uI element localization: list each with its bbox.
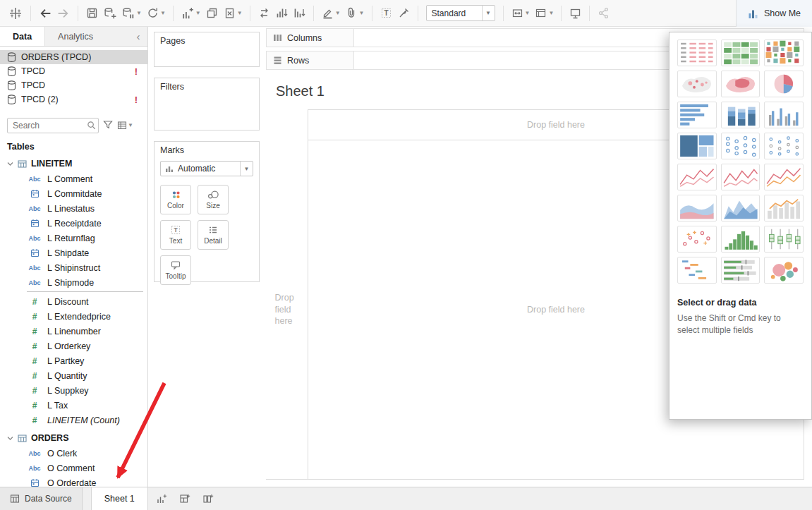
showme-chart-stacked-bars[interactable]	[721, 102, 761, 128]
filter-fields-icon[interactable]	[103, 120, 113, 132]
tooltip-mark-button[interactable]: Tooltip	[160, 255, 191, 285]
detail-mark-button[interactable]: Detail	[198, 220, 229, 250]
size-mark-button[interactable]: Size	[198, 185, 229, 214]
showme-chart-packed-bubbles[interactable]	[764, 257, 804, 284]
showme-chart-circle-views[interactable]	[721, 133, 761, 159]
new-data-source-button[interactable]	[101, 4, 119, 23]
caret-down-icon: ▼	[136, 11, 142, 16]
showme-chart-box-and-whisker[interactable]	[764, 226, 804, 253]
abc-icon: Abc	[27, 205, 42, 212]
showme-chart-symbol-map[interactable]	[677, 71, 717, 97]
table-group-header[interactable]: ORDERS	[0, 430, 147, 446]
showme-chart-dual-lines[interactable]	[764, 164, 804, 190]
sort-descending-button[interactable]	[291, 4, 308, 23]
presentation-mode-button[interactable]	[566, 4, 584, 23]
caret-down-icon: ▼	[240, 162, 253, 176]
sort-ascending-button[interactable]	[273, 4, 291, 23]
pause-auto-updates-button[interactable]: ▼	[119, 4, 144, 23]
datasource-item[interactable]: TPCD (2)!	[0, 92, 147, 107]
view-options-icon[interactable]: ▼	[117, 121, 133, 130]
field-l-tax[interactable]: #L Tax	[0, 398, 147, 413]
field-l-shipmode[interactable]: AbcL Shipmode	[0, 275, 147, 290]
pages-card[interactable]: Pages	[154, 32, 260, 67]
showme-chart-scatter-plot[interactable]	[677, 226, 717, 253]
color-mark-button[interactable]: Color	[160, 185, 191, 214]
field-l-receiptdate[interactable]: L Receiptdate	[0, 216, 147, 231]
showme-chart-filled-map[interactable]	[721, 71, 761, 97]
show-me-button[interactable]: Show Me	[736, 0, 812, 27]
clear-sheet-button[interactable]: ▼	[221, 4, 245, 23]
field-l-returnflag[interactable]: AbcL Returnflag	[0, 231, 147, 245]
showme-chart-bullet-graph[interactable]	[721, 257, 761, 284]
drop-zone-rows[interactable]: Drop field here	[266, 140, 308, 479]
run-update-button[interactable]: ▼	[144, 4, 168, 23]
show-mark-labels-button[interactable]: T	[377, 4, 395, 23]
showme-chart-lines-continuous[interactable]	[677, 164, 717, 190]
showme-chart-histogram[interactable]	[721, 226, 761, 253]
field-label: L Linestatus	[47, 204, 95, 214]
field-lineitem-count[interactable]: #LINEITEM (Count)	[0, 413, 147, 427]
datasource-item[interactable]: TPCD!	[0, 64, 147, 78]
field-l-linenumber[interactable]: #L Linenumber	[0, 324, 147, 339]
field-l-shipinstruct[interactable]: AbcL Shipinstruct	[0, 260, 147, 275]
showme-chart-pie-chart[interactable]	[764, 71, 804, 97]
swap-rows-columns-button[interactable]	[255, 4, 273, 23]
datasource-item[interactable]: ORDERS (TPCD)	[0, 50, 147, 64]
field-o-orderdate[interactable]: O Orderdate	[0, 475, 147, 487]
showme-chart-highlight-table[interactable]	[721, 40, 761, 66]
showme-chart-dual-combination[interactable]	[764, 195, 804, 221]
search-input[interactable]	[7, 118, 99, 133]
tab-data-source[interactable]: Data Source	[0, 487, 83, 510]
caret-down-icon: ▼	[195, 11, 201, 16]
tab-data[interactable]: Data	[0, 27, 45, 46]
field-l-comment[interactable]: AbcL Comment	[0, 171, 147, 186]
fit-axes-button[interactable]: ▼	[509, 4, 533, 23]
showme-chart-treemap[interactable]	[677, 133, 717, 159]
new-worksheet-button[interactable]: ▼	[178, 4, 203, 23]
mark-type-dropdown[interactable]: Automatic ▼	[160, 161, 253, 176]
redo-button[interactable]	[54, 4, 73, 23]
new-dashboard-tab-button[interactable]	[175, 487, 195, 510]
field-o-clerk[interactable]: AbcO Clerk	[0, 446, 147, 461]
showme-chart-heat-map[interactable]	[764, 40, 804, 66]
field-l-suppkey[interactable]: #L Suppkey	[0, 383, 147, 398]
fix-axes-button[interactable]	[395, 4, 413, 23]
new-story-tab-button[interactable]	[198, 487, 218, 510]
group-members-button[interactable]: ▼	[343, 4, 367, 23]
field-l-shipdate[interactable]: L Shipdate	[0, 245, 147, 260]
undo-button[interactable]	[36, 4, 54, 23]
highlight-button[interactable]: ▼	[319, 4, 343, 23]
showme-chart-lines-discrete[interactable]	[721, 164, 761, 190]
text-mark-button[interactable]: TText	[160, 220, 191, 250]
duplicate-sheet-button[interactable]	[203, 4, 221, 23]
field-l-partkey[interactable]: #L Partkey	[0, 353, 147, 368]
showme-chart-area-discrete[interactable]	[721, 195, 761, 221]
filters-card[interactable]: Filters	[154, 78, 260, 130]
field-l-linestatus[interactable]: AbcL Linestatus	[0, 201, 147, 216]
showme-chart-area-continuous[interactable]	[677, 195, 717, 221]
show-hide-cards-button[interactable]: ▼	[532, 4, 556, 23]
field-l-extendedprice[interactable]: #L Extendedprice	[0, 309, 147, 324]
datasource-item[interactable]: TPCD	[0, 78, 147, 92]
showme-chart-horizontal-bars[interactable]	[677, 102, 717, 128]
field-l-discount[interactable]: #L Discount	[0, 294, 147, 309]
showme-chart-text-table[interactable]	[677, 40, 717, 66]
showme-chart-side-by-side-bars[interactable]	[764, 102, 804, 128]
number-icon: #	[27, 371, 42, 381]
save-button[interactable]	[83, 4, 101, 23]
new-worksheet-tab-button[interactable]	[152, 487, 171, 510]
fit-mode-select[interactable]: Standard ▼	[426, 5, 495, 21]
caret-down-icon: ▼	[482, 6, 495, 20]
showme-chart-side-by-side-circles[interactable]	[764, 133, 804, 159]
tab-analytics[interactable]: Analytics	[45, 27, 106, 46]
field-l-orderkey[interactable]: #L Orderkey	[0, 339, 147, 353]
showme-chart-gantt[interactable]	[677, 257, 717, 284]
share-button[interactable]	[595, 4, 612, 23]
field-o-comment[interactable]: AbcO Comment	[0, 461, 147, 475]
collapse-pane-icon[interactable]: ‹	[129, 27, 147, 46]
marks-card-label: Marks	[154, 142, 259, 158]
table-group-header[interactable]: LINEITEM	[0, 156, 147, 171]
tab-sheet-1[interactable]: Sheet 1	[91, 487, 148, 510]
field-l-commitdate[interactable]: L Commitdate	[0, 186, 147, 201]
field-l-quantity[interactable]: #L Quantity	[0, 368, 147, 383]
